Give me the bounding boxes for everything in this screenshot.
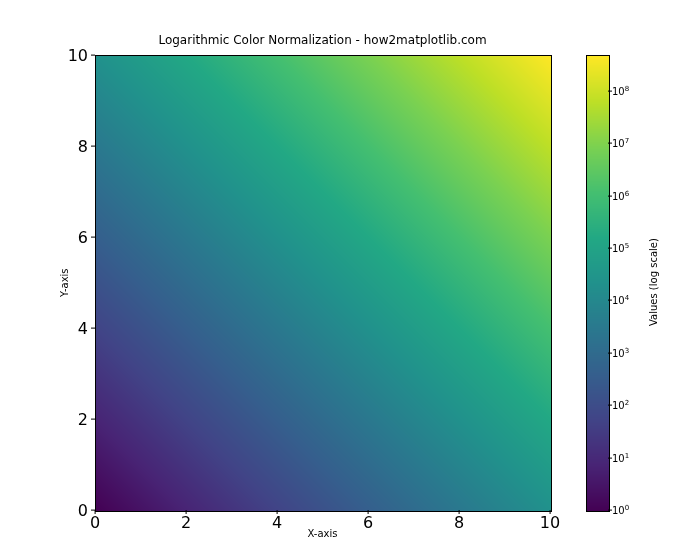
colorbar-tick-label: 103 (612, 347, 629, 359)
y-axis-label: Y-axis (59, 55, 73, 510)
x-tick-label: 6 (363, 513, 373, 532)
x-tick-label: 2 (181, 513, 191, 532)
colorbar-tick-label: 104 (612, 294, 629, 306)
x-tick-label: 0 (90, 513, 100, 532)
y-tick-label: 10 (68, 46, 88, 65)
colorbar-label: Values (log scale) (648, 55, 662, 510)
figure: Logarithmic Color Normalization - how2ma… (0, 0, 700, 560)
x-axis-label: X-axis (95, 528, 550, 539)
colorbar-tick-label: 101 (612, 451, 629, 463)
y-tick-label: 2 (78, 410, 88, 429)
colorbar-tick-label: 108 (612, 85, 629, 97)
colorbar-axes (586, 55, 610, 512)
colorbar-tick-label: 102 (612, 399, 629, 411)
y-tick-label: 8 (78, 137, 88, 156)
x-tick-label: 4 (272, 513, 282, 532)
colorbar-tick-label: 107 (612, 137, 629, 149)
chart-title: Logarithmic Color Normalization - how2ma… (95, 33, 550, 47)
main-axes (95, 55, 552, 512)
y-tick-label: 6 (78, 228, 88, 247)
colorbar-tick-label: 100 (612, 504, 629, 516)
heatmap-surface (96, 56, 551, 511)
colorbar-tick-label: 106 (612, 190, 629, 202)
y-tick-label: 0 (78, 501, 88, 520)
colorbar-surface (587, 56, 609, 511)
colorbar-tick-label: 105 (612, 242, 629, 254)
x-tick-label: 8 (454, 513, 464, 532)
x-tick-label: 10 (540, 513, 560, 532)
y-tick-label: 4 (78, 319, 88, 338)
